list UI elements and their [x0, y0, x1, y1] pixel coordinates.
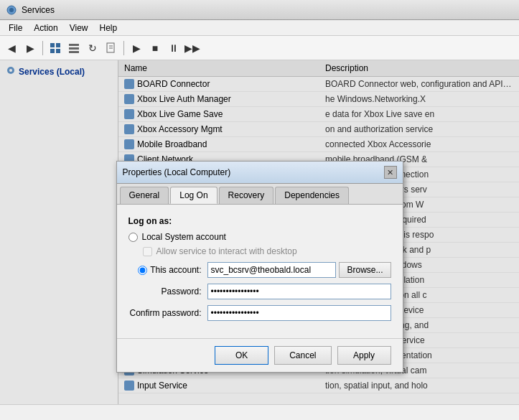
svg-rect-5 — [56, 49, 60, 53]
stop-button[interactable]: ■ — [146, 39, 164, 57]
local-system-label: Local System account — [142, 232, 226, 242]
interact-checkbox[interactable] — [143, 247, 152, 256]
tab-dependencies[interactable]: Dependencies — [275, 187, 349, 204]
password-label: Password: — [128, 286, 207, 297]
local-system-radio[interactable] — [128, 233, 138, 242]
toolbar: ◀ ▶ ↻ ▶ ■ ⏸ ▶▶ — [0, 36, 519, 60]
app-icon — [6, 4, 17, 16]
dialog-buttons: OK Cancel Apply — [117, 338, 403, 372]
svg-rect-6 — [69, 44, 79, 46]
svg-rect-4 — [50, 49, 55, 53]
restart-button[interactable]: ▶▶ — [184, 39, 201, 57]
menu-view[interactable]: View — [64, 22, 94, 34]
modal-overlay: Properties (Local Computer) ✕ General Lo… — [0, 60, 519, 404]
main-layout: Services (Local) Name Description BOARD … — [0, 60, 519, 404]
menu-file[interactable]: File — [3, 22, 28, 34]
properties-dialog: Properties (Local Computer) ✕ General Lo… — [116, 161, 403, 373]
svg-rect-8 — [69, 51, 79, 53]
status-bar — [0, 404, 519, 420]
local-system-radio-row: Local System account — [128, 232, 391, 242]
show-hide-button[interactable] — [47, 39, 64, 57]
toolbar-sep-1 — [42, 41, 43, 55]
svg-rect-2 — [50, 43, 55, 47]
logon-group-label: Log on as: — [128, 216, 172, 226]
dialog-title-bar: Properties (Local Computer) ✕ — [117, 162, 403, 184]
toolbar-sep-2 — [123, 41, 124, 55]
window-title: Services — [22, 5, 55, 15]
menu-bar: File Action View Help — [0, 20, 519, 36]
refresh-button[interactable]: ↻ — [84, 39, 101, 57]
back-button[interactable]: ◀ — [3, 39, 20, 57]
tab-recovery[interactable]: Recovery — [219, 187, 274, 204]
browse-button[interactable]: Browse... — [339, 262, 391, 278]
title-bar: Services — [0, 0, 519, 20]
dialog-close-button[interactable]: ✕ — [384, 166, 397, 179]
interact-label: Allow service to interact with desktop — [156, 246, 297, 256]
interact-checkbox-row: Allow service to interact with desktop — [143, 246, 391, 256]
this-account-radio[interactable] — [138, 266, 147, 275]
dialog-tabs: General Log On Recovery Dependencies — [117, 184, 403, 205]
confirm-password-input[interactable] — [207, 305, 391, 321]
forward-button[interactable]: ▶ — [22, 39, 39, 57]
export-button[interactable] — [103, 39, 120, 57]
list-button[interactable] — [65, 39, 83, 57]
password-input[interactable] — [207, 284, 391, 299]
dialog-title: Properties (Local Computer) — [123, 167, 231, 177]
menu-action[interactable]: Action — [28, 22, 63, 34]
ok-button[interactable]: OK — [215, 346, 268, 365]
svg-point-1 — [9, 8, 14, 12]
play-button[interactable]: ▶ — [128, 39, 145, 57]
this-account-row: This account: Browse... — [128, 262, 391, 278]
svg-rect-7 — [69, 47, 79, 50]
account-input[interactable] — [207, 262, 337, 278]
tab-logon[interactable]: Log On — [170, 187, 217, 204]
password-row: Password: — [128, 284, 391, 299]
apply-button[interactable]: Apply — [337, 346, 391, 365]
pause-button[interactable]: ⏸ — [165, 39, 182, 57]
dialog-body: Log on as: Local System account Allow se… — [117, 205, 403, 338]
menu-help[interactable]: Help — [94, 22, 123, 34]
svg-rect-3 — [56, 43, 60, 47]
confirm-password-row: Confirm password: — [128, 305, 391, 321]
tab-general[interactable]: General — [120, 187, 169, 204]
confirm-password-label: Confirm password: — [128, 308, 207, 318]
cancel-button[interactable]: Cancel — [274, 346, 331, 365]
this-account-label: This account: — [150, 265, 201, 275]
